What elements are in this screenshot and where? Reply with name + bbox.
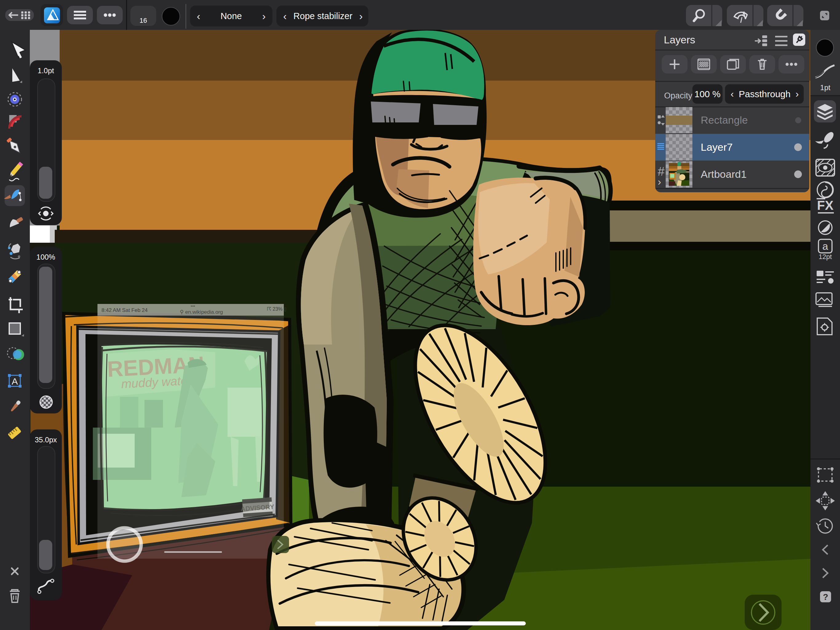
- svg-text:☈ 23% ▯: ☈ 23% ▯: [267, 306, 287, 312]
- svg-text:FX: FX: [817, 198, 834, 212]
- svg-text:⚲ en.wikipedia.org: ⚲ en.wikipedia.org: [180, 309, 223, 315]
- svg-text:a: a: [823, 240, 828, 252]
- svg-text:1pt: 1pt: [820, 83, 831, 92]
- svg-text:A: A: [12, 376, 18, 386]
- svg-text:•••: •••: [191, 304, 195, 309]
- svg-text:?: ?: [823, 592, 828, 602]
- svg-text:12pt: 12pt: [819, 253, 832, 261]
- svg-text:8:42 AM Sat Feb 24: 8:42 AM Sat Feb 24: [101, 307, 148, 313]
